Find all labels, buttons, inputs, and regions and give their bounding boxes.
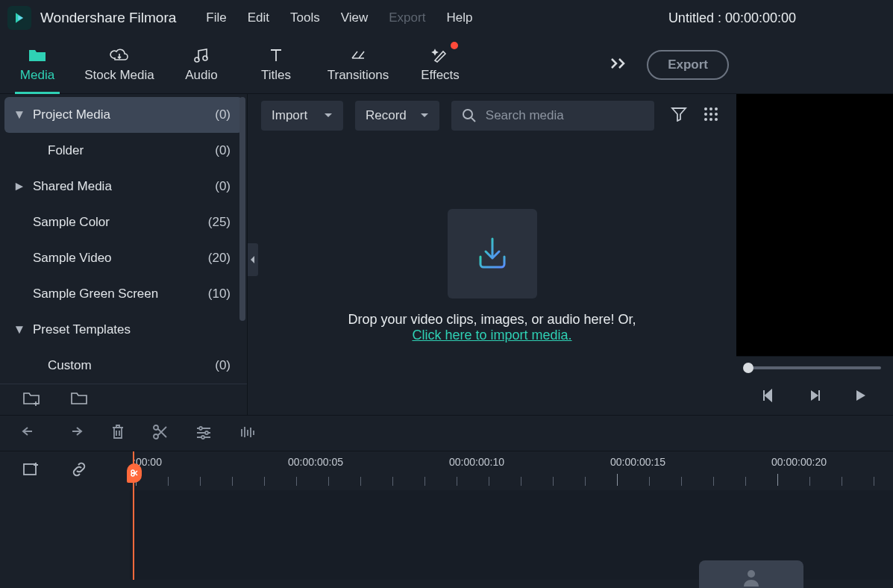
ruler-tick: [649, 477, 650, 486]
undo-button[interactable]: [21, 425, 39, 442]
ruler-tick: [200, 477, 201, 486]
svg-point-11: [715, 118, 718, 121]
caret-icon: ▼: [12, 322, 27, 337]
timeline-ruler[interactable]: :00:0000:00:00:0500:00:00:1000:00:00:150…: [130, 451, 893, 490]
audio-mixer-button[interactable]: [239, 425, 255, 442]
tree-item[interactable]: Sample Color(25): [4, 204, 242, 240]
ruler-tick: [360, 477, 361, 486]
folder-icon: [28, 47, 47, 63]
app-title: Wondershare Filmora: [40, 10, 176, 26]
tree-item-label: Sample Green Screen: [27, 287, 208, 301]
tab-label: Titles: [261, 68, 291, 83]
adjust-button[interactable]: [195, 425, 212, 442]
tab-label: Transitions: [328, 68, 389, 83]
slider-thumb[interactable]: [743, 363, 753, 373]
ruler-tick: [328, 477, 329, 486]
play-button[interactable]: [853, 389, 867, 405]
svg-point-12: [154, 425, 158, 430]
collapse-sidebar-button[interactable]: [248, 243, 258, 276]
tree-item-label: Sample Color: [27, 215, 208, 230]
tree-item-count: (10): [208, 287, 231, 301]
search-icon: [462, 108, 477, 123]
tree-item-count: (20): [208, 251, 231, 266]
play-pause-button[interactable]: [808, 389, 821, 405]
ruler-tick: [585, 477, 586, 486]
playhead[interactable]: [133, 451, 134, 580]
link-button[interactable]: [70, 461, 88, 481]
prev-frame-button[interactable]: [762, 389, 776, 405]
split-button[interactable]: [152, 424, 169, 443]
sidebar-footer: [0, 384, 247, 415]
scrollbar-thumb[interactable]: [239, 97, 245, 321]
grid-view-icon[interactable]: [704, 107, 718, 125]
add-track-button[interactable]: [22, 461, 40, 481]
tab-effects[interactable]: Effects: [403, 36, 477, 94]
menu-view[interactable]: View: [341, 10, 369, 25]
tree-item[interactable]: ▼Project Media(0): [4, 97, 242, 133]
new-folder-icon[interactable]: [22, 391, 40, 409]
tree-item-label: Custom: [42, 358, 215, 373]
search-box[interactable]: [451, 101, 654, 131]
clip-placeholder[interactable]: [699, 560, 803, 588]
search-input[interactable]: [486, 108, 644, 123]
import-dropdown[interactable]: Import: [261, 101, 343, 131]
tree-item[interactable]: ▼Preset Templates: [4, 312, 242, 348]
tree-item-label: Shared Media: [27, 179, 215, 194]
svg-point-19: [131, 473, 134, 476]
folder-icon[interactable]: [70, 391, 88, 409]
timeline-actions: [0, 416, 893, 451]
document-title: Untitled : 00:00:00:00: [668, 10, 886, 26]
preview-slider[interactable]: [748, 366, 881, 369]
filter-icon[interactable]: [671, 107, 687, 125]
notification-dot: [451, 42, 458, 49]
media-drop-area[interactable]: Drop your video clips, images, or audio …: [248, 137, 736, 415]
tab-label: Audio: [185, 68, 217, 83]
tree-item[interactable]: Folder(0): [4, 133, 242, 169]
tracks-area[interactable]: [130, 490, 893, 580]
transitions-icon: [349, 47, 367, 63]
menu-file[interactable]: File: [206, 10, 226, 25]
delete-button[interactable]: [110, 424, 125, 443]
effects-icon: [431, 47, 449, 63]
tree-item-label: Project Media: [27, 107, 215, 122]
tree-item-count: (0): [215, 179, 231, 194]
drop-text-line: Drop your video clips, images, or audio …: [348, 312, 636, 327]
menu-edit[interactable]: Edit: [248, 10, 269, 25]
tab-media[interactable]: Media: [0, 36, 75, 94]
menu-tools[interactable]: Tools: [290, 10, 320, 25]
playhead-marker[interactable]: [127, 463, 142, 483]
tree-item[interactable]: Sample Video(20): [4, 240, 242, 276]
tab-stock-media[interactable]: Stock Media: [75, 36, 164, 94]
app-logo: [7, 6, 31, 30]
more-tabs-icon[interactable]: [610, 57, 629, 73]
menu-help[interactable]: Help: [446, 10, 472, 25]
svg-point-3: [704, 107, 707, 110]
ruler-tick: [681, 477, 682, 486]
tab-audio[interactable]: Audio: [164, 36, 239, 94]
caret-icon: ▼: [12, 107, 27, 122]
ruler-tick: [713, 477, 714, 486]
tree-item[interactable]: Sample Green Screen(10): [4, 276, 242, 312]
preview-controls: [736, 356, 893, 415]
tab-transitions[interactable]: Transitions: [313, 36, 403, 94]
svg-point-15: [205, 431, 208, 434]
tree-item-label: Folder: [42, 143, 215, 158]
redo-button[interactable]: [66, 425, 84, 442]
import-link[interactable]: Click here to import media.: [412, 328, 571, 343]
tree-item[interactable]: Custom(0): [4, 348, 242, 384]
tree-item[interactable]: ►Shared Media(0): [4, 169, 242, 204]
cloud-download-icon: [110, 47, 129, 63]
export-button[interactable]: Export: [647, 50, 729, 80]
timeline-left-tools: [0, 451, 130, 490]
media-panel: Import Record Drop your video clips, ima…: [248, 94, 736, 415]
import-tile[interactable]: [448, 209, 537, 298]
tree-item-count: (0): [215, 358, 231, 373]
record-dropdown[interactable]: Record: [355, 101, 439, 131]
tab-label: Effects: [421, 68, 460, 83]
svg-point-2: [463, 110, 472, 119]
ruler-tick: [874, 477, 874, 486]
svg-point-10: [709, 118, 712, 121]
tab-titles[interactable]: Titles: [239, 36, 313, 94]
ruler-tick: [842, 477, 842, 486]
workspace: ▼Project Media(0)Folder(0)►Shared Media(…: [0, 94, 893, 415]
